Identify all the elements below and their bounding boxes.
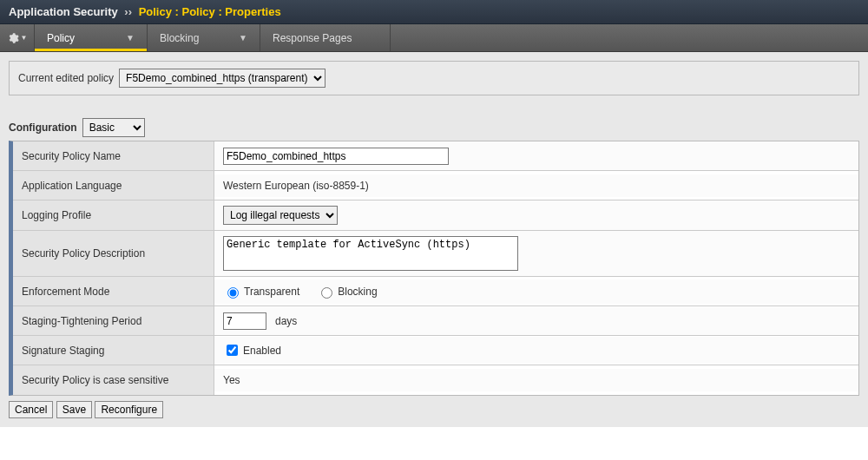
app-language-value: Western European (iso-8859-1) <box>223 180 369 192</box>
row-policy-description: Security Policy Description <box>13 231 858 277</box>
breadcrumb: Application Security ›› Policy : Policy … <box>0 0 868 24</box>
policy-description-textarea[interactable] <box>223 236 518 271</box>
current-policy-strip: Current edited policy F5Demo_combined_ht… <box>9 61 859 95</box>
properties-grid: Security Policy Name Application Languag… <box>9 141 859 396</box>
logging-profile-label: Logging Profile <box>13 200 214 230</box>
case-sensitive-label: Security Policy is case sensitive <box>13 365 214 395</box>
staging-period-input[interactable] <box>223 312 266 330</box>
content-area: Current edited policy F5Demo_combined_ht… <box>0 52 868 427</box>
enforcement-transparent-option[interactable]: Transparent <box>223 285 299 299</box>
configuration-select[interactable]: Basic <box>82 118 145 137</box>
tab-response-pages[interactable]: Response Pages <box>260 24 391 51</box>
configuration-row: Configuration Basic <box>9 118 859 137</box>
tab-blocking[interactable]: Blocking ▼ <box>148 24 260 51</box>
tab-bar: ▼ Policy ▼ Blocking ▼ Response Pages <box>0 24 868 52</box>
staging-period-unit: days <box>275 315 297 327</box>
row-logging-profile: Logging Profile Log illegal requests <box>13 200 858 231</box>
breadcrumb-separator: ›› <box>124 5 132 18</box>
current-policy-label: Current edited policy <box>18 72 114 84</box>
chevron-down-icon: ▼ <box>126 33 135 43</box>
enforcement-transparent-radio[interactable] <box>227 287 239 299</box>
action-buttons: Cancel Save Reconfigure <box>9 396 859 418</box>
case-sensitive-value: Yes <box>223 374 240 386</box>
signature-staging-checkbox[interactable] <box>227 345 238 356</box>
signature-staging-option[interactable]: Enabled <box>223 342 281 358</box>
app-root: Application Security ›› Policy : Policy … <box>0 0 868 427</box>
tab-label: Policy <box>47 32 75 44</box>
enforcement-mode-label: Enforcement Mode <box>13 277 214 306</box>
row-staging-period: Staging-Tightening Period days <box>13 306 858 336</box>
row-case-sensitive: Security Policy is case sensitive Yes <box>13 365 858 395</box>
row-policy-name: Security Policy Name <box>13 141 858 171</box>
row-enforcement-mode: Enforcement Mode Transparent Blocking <box>13 277 858 306</box>
row-signature-staging: Signature Staging Enabled <box>13 336 858 365</box>
signature-staging-label: Signature Staging <box>13 336 214 365</box>
tab-policy[interactable]: Policy ▼ <box>35 24 148 51</box>
tab-label: Response Pages <box>273 32 352 44</box>
enforcement-blocking-option[interactable]: Blocking <box>317 285 377 299</box>
policy-name-input[interactable] <box>223 148 449 165</box>
signature-staging-text: Enabled <box>243 345 281 357</box>
app-language-label: Application Language <box>13 171 214 200</box>
enforcement-blocking-radio[interactable] <box>321 287 332 299</box>
configuration-label: Configuration <box>9 122 77 134</box>
settings-menu-button[interactable]: ▼ <box>0 24 35 51</box>
logging-profile-select[interactable]: Log illegal requests <box>223 206 338 225</box>
save-button[interactable]: Save <box>56 401 92 418</box>
gear-icon <box>7 32 19 44</box>
policy-name-label: Security Policy Name <box>13 141 214 170</box>
breadcrumb-sub: Policy : Policy : Properties <box>139 5 281 18</box>
row-app-language: Application Language Western European (i… <box>13 171 858 200</box>
chevron-down-icon: ▼ <box>21 34 28 42</box>
staging-period-label: Staging-Tightening Period <box>13 306 214 335</box>
breadcrumb-section: Application Security <box>9 5 118 18</box>
cancel-button[interactable]: Cancel <box>9 401 53 418</box>
current-policy-select[interactable]: F5Demo_combined_https (transparent) <box>119 69 326 88</box>
policy-description-label: Security Policy Description <box>13 231 214 276</box>
tab-label: Blocking <box>160 32 199 44</box>
reconfigure-button[interactable]: Reconfigure <box>95 401 163 418</box>
chevron-down-icon: ▼ <box>239 33 247 43</box>
enforcement-transparent-text: Transparent <box>244 286 299 298</box>
enforcement-blocking-text: Blocking <box>338 286 377 298</box>
